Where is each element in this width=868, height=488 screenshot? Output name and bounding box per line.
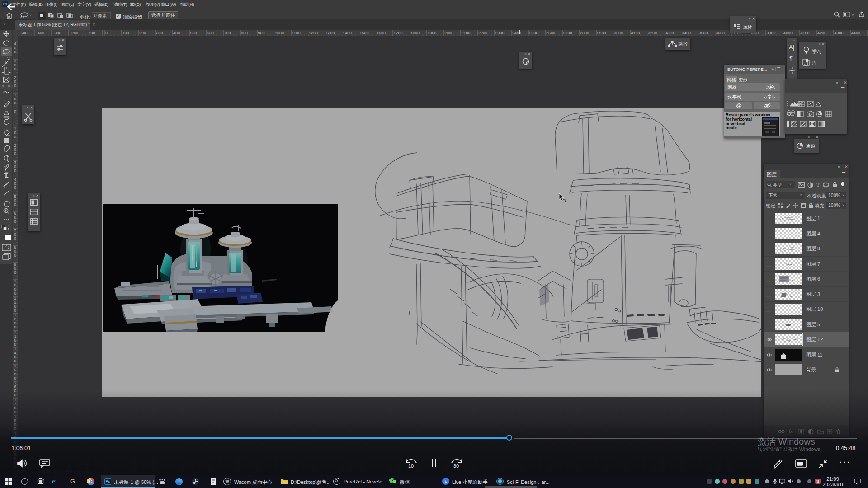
svg-text:10: 10 bbox=[408, 463, 414, 469]
svg-text:30: 30 bbox=[453, 463, 459, 469]
svg-text:T: T bbox=[4, 172, 8, 179]
